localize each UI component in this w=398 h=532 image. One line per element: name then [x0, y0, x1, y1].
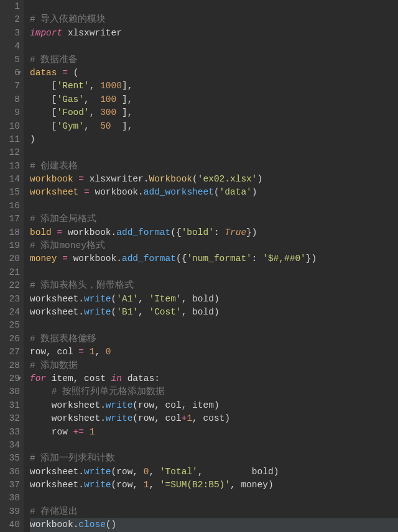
- code-line[interactable]: [30, 200, 398, 213]
- code-line[interactable]: [30, 492, 398, 505]
- line-number: 37: [0, 479, 20, 492]
- code-line[interactable]: # 添加表格头，附带格式: [30, 279, 398, 292]
- line-number: 31: [0, 399, 20, 412]
- line-number: 27: [0, 346, 20, 359]
- line-number: 17: [0, 213, 20, 226]
- code-line[interactable]: worksheet.write('B1', 'Cost', bold): [30, 306, 398, 319]
- code-line[interactable]: ['Food', 300 ],: [30, 106, 398, 119]
- line-number: 24: [0, 306, 20, 319]
- line-number: 5: [0, 53, 20, 66]
- line-number: 13: [0, 160, 20, 173]
- line-number-gutter: 123456▼789101112131415161718192021222324…: [0, 0, 24, 532]
- line-number: 34: [0, 439, 20, 452]
- line-number: 9: [0, 106, 20, 119]
- code-line[interactable]: row += 1: [30, 426, 398, 439]
- code-line[interactable]: # 添加money格式: [30, 239, 398, 252]
- code-line[interactable]: # 存储退出: [30, 505, 398, 518]
- code-line[interactable]: # 数据准备: [30, 53, 398, 66]
- line-number: 23: [0, 293, 20, 306]
- code-line[interactable]: worksheet.write(row, 0, 'Total', bold): [30, 466, 398, 479]
- line-number: 11: [0, 133, 20, 146]
- line-number: 19: [0, 239, 20, 252]
- line-number: 20: [0, 252, 20, 265]
- fold-toggle-icon[interactable]: ▼: [17, 66, 21, 80]
- fold-toggle-icon[interactable]: ▼: [17, 372, 21, 385]
- code-line[interactable]: workbook.close(): [30, 518, 398, 531]
- line-number: 25: [0, 319, 20, 332]
- code-line[interactable]: # 按照行列单元格添加数据: [30, 385, 398, 398]
- line-number: 29▼: [0, 372, 20, 385]
- code-line[interactable]: workbook = xlsxwriter.Workbook('ex02.xls…: [30, 173, 398, 186]
- line-number: 22: [0, 279, 20, 292]
- code-line[interactable]: money = workbook.add_format({'num_format…: [30, 252, 398, 265]
- code-line[interactable]: datas = (: [30, 66, 398, 80]
- line-number: 7: [0, 80, 20, 93]
- code-line[interactable]: [30, 40, 398, 53]
- line-number: 16: [0, 200, 20, 213]
- code-line[interactable]: bold = workbook.add_format({'bold': True…: [30, 226, 398, 239]
- code-line[interactable]: ['Gas', 100 ],: [30, 93, 398, 106]
- line-number: 4: [0, 40, 20, 53]
- code-editor: 123456▼789101112131415161718192021222324…: [0, 0, 398, 532]
- line-number: 15: [0, 186, 20, 199]
- code-line[interactable]: [30, 0, 398, 13]
- code-line[interactable]: # 添加一列求和计数: [30, 452, 398, 465]
- code-line[interactable]: import xlsxwriter: [30, 27, 398, 40]
- line-number: 14: [0, 173, 20, 186]
- code-line[interactable]: # 数据表格偏移: [30, 332, 398, 346]
- code-line[interactable]: # 添加全局格式: [30, 213, 398, 226]
- line-number: 3: [0, 27, 20, 40]
- code-line[interactable]: worksheet.write('A1', 'Item', bold): [30, 293, 398, 306]
- code-line[interactable]: [30, 146, 398, 159]
- line-number: 40: [0, 518, 20, 531]
- line-number: 26: [0, 332, 20, 346]
- code-line[interactable]: # 导入依赖的模块: [30, 13, 398, 26]
- code-line[interactable]: ['Rent', 1000],: [30, 80, 398, 93]
- line-number: 1: [0, 0, 20, 13]
- code-line[interactable]: worksheet.write(row, col+1, cost): [30, 412, 398, 425]
- line-number: 21: [0, 266, 20, 279]
- code-line[interactable]: worksheet.write(row, 1, '=SUM(B2:B5)', m…: [30, 479, 398, 492]
- code-line[interactable]: ): [30, 133, 398, 146]
- line-number: 28: [0, 359, 20, 372]
- line-number: 35: [0, 452, 20, 465]
- code-line[interactable]: ['Gym', 50 ],: [30, 120, 398, 133]
- code-line[interactable]: [30, 266, 398, 279]
- code-line[interactable]: worksheet.write(row, col, item): [30, 399, 398, 412]
- line-number: 30: [0, 385, 20, 398]
- code-line[interactable]: [30, 319, 398, 332]
- line-number: 32: [0, 412, 20, 425]
- line-number: 39: [0, 505, 20, 518]
- code-line[interactable]: # 添加数据: [30, 359, 398, 372]
- code-line[interactable]: [30, 439, 398, 452]
- line-number: 6▼: [0, 66, 20, 80]
- line-number: 10: [0, 120, 20, 133]
- line-number: 38: [0, 492, 20, 505]
- line-number: 12: [0, 146, 20, 159]
- line-number: 33: [0, 426, 20, 439]
- code-line[interactable]: # 创建表格: [30, 160, 398, 173]
- code-line[interactable]: row, col = 1, 0: [30, 346, 398, 359]
- code-line[interactable]: worksheet = workbook.add_worksheet('data…: [30, 186, 398, 199]
- code-line[interactable]: for item, cost in datas:: [30, 372, 398, 385]
- line-number: 36: [0, 466, 20, 479]
- line-number: 2: [0, 13, 20, 26]
- line-number: 8: [0, 93, 20, 106]
- line-number: 18: [0, 226, 20, 239]
- code-area[interactable]: # 导入依赖的模块import xlsxwriter# 数据准备datas = …: [24, 0, 398, 532]
